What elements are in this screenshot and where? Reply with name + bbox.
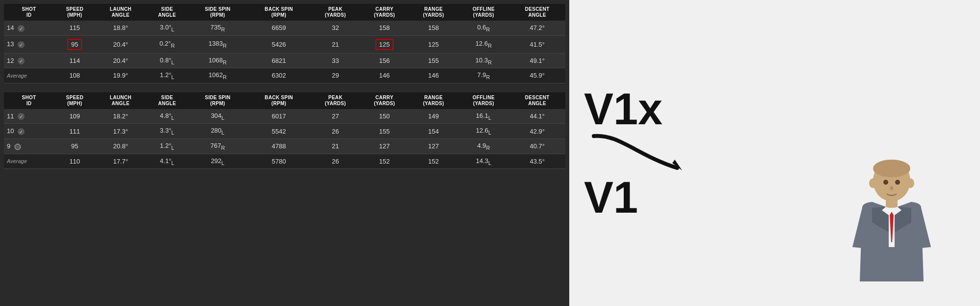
launch-cell: 20.8° — [96, 139, 146, 154]
side-spin-cell: 735R — [188, 21, 247, 35]
shot-id-cell: 9 — [4, 139, 54, 154]
avg-speed: 108 — [54, 68, 96, 83]
check-icon-empty — [14, 143, 21, 150]
peak-cell: 21 — [311, 139, 360, 154]
header-row-2: SHOTID SPEED(mph) LAUNCHANGLE SIDEANGLE … — [4, 92, 565, 109]
range-cell: 154 — [409, 124, 458, 139]
col-shot-id: SHOTID — [4, 4, 54, 21]
side-spin-cell: 767R — [188, 139, 247, 154]
table-separator — [4, 86, 565, 89]
header-row-1: SHOTID SPEED(mph) LAUNCHANGLE SIDEANGLE … — [4, 4, 565, 21]
avg-offline: 14.3L — [458, 154, 509, 169]
v1x-label: V1x — [584, 87, 662, 131]
col-range: RANGE(yards) — [409, 92, 458, 109]
offline-cell: 4.9R — [458, 139, 509, 154]
avg-carry: 152 — [360, 154, 409, 169]
table-row: 9 95 20.8° 1.2°L 767R 4788 21 127 127 4.… — [4, 139, 565, 154]
col-side-spin: SIDE SPIN(rpm) — [188, 92, 247, 109]
col-launch: LAUNCHANGLE — [96, 92, 146, 109]
data-panel: SHOTID SPEED(mph) LAUNCHANGLE SIDEANGLE … — [0, 0, 569, 306]
descent-cell: 49.1° — [509, 53, 566, 68]
col-launch: LAUNCHANGLE — [96, 4, 146, 21]
average-row: Average 108 19.9° 1.2°L 1062R 6302 29 14… — [4, 68, 565, 83]
side-cell: 1.2°L — [146, 139, 188, 154]
launch-cell: 20.4° — [96, 53, 146, 68]
avg-descent: 45.9° — [509, 68, 566, 83]
person-figure — [843, 159, 941, 296]
side-cell: 3.0°L — [146, 21, 188, 35]
avg-speed: 110 — [54, 154, 96, 169]
average-label: Average — [4, 154, 54, 169]
peak-cell: 26 — [311, 124, 360, 139]
col-back-spin: BACK SPIN(rpm) — [247, 4, 311, 21]
avg-back-spin: 6302 — [247, 68, 311, 83]
table-section-1: SHOTID SPEED(mph) LAUNCHANGLE SIDEANGLE … — [4, 4, 565, 83]
descent-cell: 41.5° — [509, 35, 566, 53]
speed-cell: 114 — [54, 53, 96, 68]
svg-rect-3 — [886, 199, 898, 208]
svg-point-6 — [883, 180, 888, 185]
avg-peak: 26 — [311, 154, 360, 169]
back-spin-cell: 6659 — [247, 21, 311, 35]
speed-cell: 95 — [54, 139, 96, 154]
side-spin-cell: 304L — [188, 109, 247, 124]
average-label: Average — [4, 68, 54, 83]
col-offline: OFFLINE(yards) — [458, 4, 509, 21]
check-icon — [18, 41, 25, 48]
descent-cell: 47.2° — [509, 21, 566, 35]
side-spin-cell: 280L — [188, 124, 247, 139]
avg-descent: 43.5° — [509, 154, 566, 169]
svg-point-8 — [890, 186, 893, 190]
offline-cell: 10.3R — [458, 53, 509, 68]
check-icon — [18, 57, 25, 64]
back-spin-cell: 6821 — [247, 53, 311, 68]
side-cell: 0.8°L — [146, 53, 188, 68]
avg-side: 4.1°L — [146, 154, 188, 169]
col-back-spin: BACK SPIN(rpm) — [247, 92, 311, 109]
check-icon — [18, 113, 25, 120]
speed-cell: 109 — [54, 109, 96, 124]
highlighted-carry: 125 — [375, 39, 394, 50]
side-cell: 3.3°L — [146, 124, 188, 139]
offline-cell: 12.6L — [458, 124, 509, 139]
table-row: 10 111 17.3° 3.3°L 280L 5542 26 155 154 … — [4, 124, 565, 139]
col-descent: DESCENTANGLE — [509, 4, 566, 21]
highlighted-speed: 95 — [67, 39, 82, 50]
table-section-2: SHOTID SPEED(mph) LAUNCHANGLE SIDEANGLE … — [4, 92, 565, 169]
avg-launch: 17.7° — [96, 154, 146, 169]
shot-id-cell: 12 — [4, 53, 54, 68]
side-spin-cell: 1068R — [188, 53, 247, 68]
back-spin-cell: 5542 — [247, 124, 311, 139]
descent-cell: 44.1° — [509, 109, 566, 124]
range-cell: 125 — [409, 35, 458, 53]
col-side: SIDEANGLE — [146, 4, 188, 21]
carry-cell-highlighted: 125 — [360, 35, 409, 53]
peak-cell: 27 — [311, 109, 360, 124]
shot-id-cell: 13 — [4, 35, 54, 53]
range-cell: 158 — [409, 21, 458, 35]
col-speed: SPEED(mph) — [54, 4, 96, 21]
back-spin-cell: 4788 — [247, 139, 311, 154]
col-side: SIDEANGLE — [146, 92, 188, 109]
avg-range: 146 — [409, 68, 458, 83]
table-row: 13 95 20.4° 0.2°R 1383R 5426 21 125 125 … — [4, 35, 565, 53]
table-row: 12 114 20.4° 0.8°L 1068R 6821 33 156 155… — [4, 53, 565, 68]
launch-cell: 18.2° — [96, 109, 146, 124]
back-spin-cell: 6017 — [247, 109, 311, 124]
table-row: 14 115 18.8° 3.0°L 735R 6659 32 158 158 … — [4, 21, 565, 35]
speed-cell-highlighted: 95 — [54, 35, 96, 53]
col-shot-id: SHOTID — [4, 92, 54, 109]
peak-cell: 33 — [311, 53, 360, 68]
side-cell: 4.8°L — [146, 109, 188, 124]
descent-cell: 40.7° — [509, 139, 566, 154]
svg-point-9 — [869, 178, 877, 188]
avg-carry: 146 — [360, 68, 409, 83]
avg-offline: 7.9R — [458, 68, 509, 83]
peak-cell: 21 — [311, 35, 360, 53]
avg-range: 152 — [409, 154, 458, 169]
peak-cell: 32 — [311, 21, 360, 35]
average-row: Average 110 17.7° 4.1°L 292L 5780 26 152… — [4, 154, 565, 169]
offline-cell: 12.6R — [458, 35, 509, 53]
avg-peak: 29 — [311, 68, 360, 83]
offline-cell: 0.6R — [458, 21, 509, 35]
